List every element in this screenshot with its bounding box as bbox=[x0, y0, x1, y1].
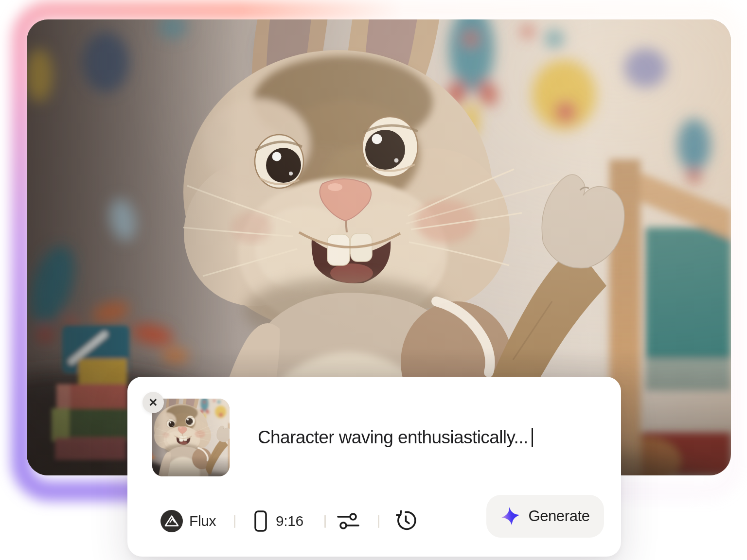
generate-button[interactable]: Generate bbox=[486, 495, 604, 538]
aspect-ratio-selector[interactable]: 9:16 bbox=[254, 510, 303, 532]
toolbar-divider bbox=[234, 515, 235, 528]
prompt-panel: ✕ Character waving enthusiastically... F… bbox=[127, 377, 621, 557]
sliders-icon bbox=[337, 512, 359, 530]
app-canvas: ✕ Character waving enthusiastically... F… bbox=[0, 0, 747, 560]
flux-logo-icon bbox=[160, 510, 183, 532]
prompt-input[interactable]: Character waving enthusiastically... bbox=[258, 426, 602, 449]
history-button[interactable] bbox=[394, 509, 417, 532]
portrait-phone-icon bbox=[254, 510, 267, 532]
toolbar-divider bbox=[324, 515, 326, 528]
aspect-ratio-value: 9:16 bbox=[276, 513, 303, 529]
sparkle-icon bbox=[500, 506, 521, 526]
model-selector[interactable]: Flux bbox=[160, 510, 216, 532]
close-icon: ✕ bbox=[148, 397, 158, 408]
model-label: Flux bbox=[189, 513, 216, 529]
generate-label: Generate bbox=[528, 508, 589, 525]
close-button[interactable]: ✕ bbox=[142, 392, 164, 413]
reference-image-thumbnail[interactable] bbox=[152, 399, 230, 476]
settings-button[interactable] bbox=[337, 511, 360, 531]
prompt-text-value: Character waving enthusiastically... bbox=[258, 427, 528, 447]
toolbar-divider bbox=[378, 515, 379, 528]
history-clock-icon bbox=[394, 509, 417, 532]
text-caret bbox=[532, 428, 533, 447]
